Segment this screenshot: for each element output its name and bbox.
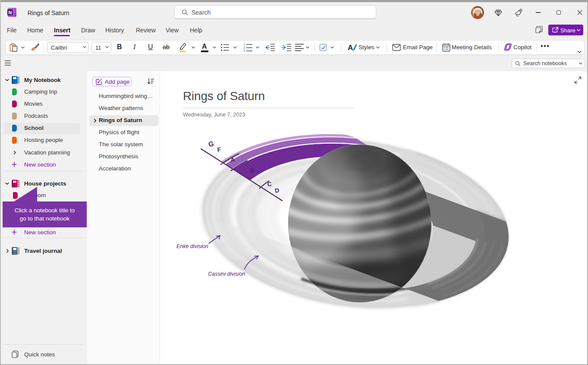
svg-text:B: B	[250, 166, 255, 174]
svg-text:G: G	[208, 140, 214, 148]
svg-text:Cassini division: Cassini division	[208, 271, 245, 277]
svg-text:Enke division: Enke division	[176, 243, 208, 249]
svg-text:C: C	[267, 180, 272, 188]
svg-text:F: F	[217, 146, 221, 153]
